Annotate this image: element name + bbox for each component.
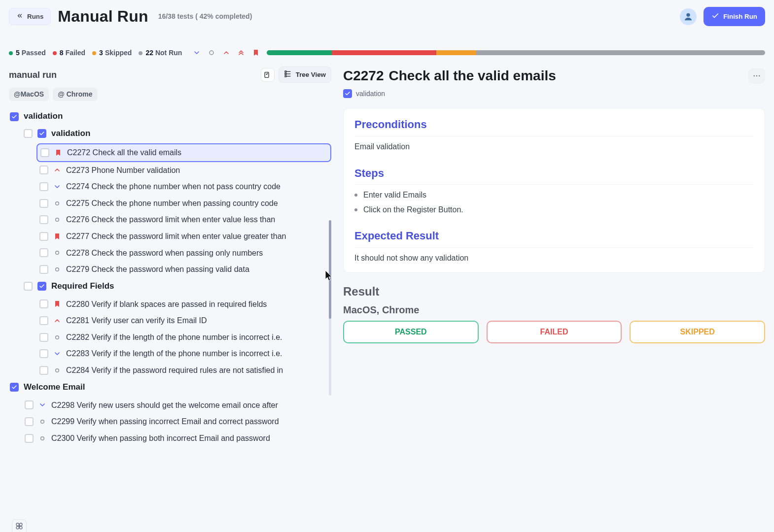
test-title: C2298 Verify new users should get the we… — [51, 400, 278, 411]
svg-rect-4 — [285, 73, 286, 75]
chip-macos[interactable]: @MacOS — [9, 88, 49, 101]
test-row[interactable]: C2283 Verify if the length of the phone … — [36, 345, 331, 362]
result-env: MacOS, Chrome — [343, 303, 765, 317]
preconditions-heading: Preconditions — [354, 117, 754, 136]
svg-rect-3 — [285, 71, 286, 72]
checkbox[interactable] — [25, 434, 34, 443]
svg-point-15 — [41, 420, 44, 424]
test-title: C2275 Check the phone number when passin… — [66, 198, 278, 209]
avatar-icon — [683, 11, 694, 22]
test-title: C2283 Verify if the length of the phone … — [66, 348, 282, 359]
test-title: C2280 Verify if blank spaces are passed … — [66, 299, 267, 310]
result-skipped-button[interactable]: SKIPPED — [630, 321, 765, 343]
status-icon — [53, 233, 61, 240]
test-row[interactable]: C2278 Check the password when passing on… — [36, 245, 331, 262]
step-item: Enter valid Emails — [354, 190, 754, 200]
checkbox[interactable] — [25, 417, 34, 426]
status-icon — [38, 401, 46, 409]
status-icon — [53, 183, 61, 191]
more-menu[interactable] — [748, 68, 765, 84]
result-failed-button[interactable]: FAILED — [487, 321, 622, 343]
check-icon — [711, 12, 719, 21]
top-bar: Runs Manual Run 16/38 tests ( 42% comple… — [9, 6, 765, 27]
checkbox[interactable] — [37, 282, 46, 291]
chip-chrome[interactable]: @ Chrome — [53, 88, 97, 101]
checkbox[interactable] — [39, 265, 48, 274]
section-header[interactable]: Required Fields — [23, 278, 331, 295]
preconditions-text: Email validation — [354, 141, 754, 152]
page-subcounter: 16/38 tests ( 42% completed) — [158, 12, 252, 21]
test-row[interactable]: C2277 Check the password limit when ente… — [36, 228, 331, 245]
expected-heading: Expected Result — [354, 229, 754, 248]
summary-bar: 5Passed 8Failed 3Skipped 22Not Run — [9, 48, 765, 58]
checkbox[interactable] — [25, 400, 34, 409]
checkbox[interactable] — [39, 333, 48, 342]
counter-completed: completed — [215, 12, 250, 20]
checkbox[interactable] — [39, 299, 48, 308]
chevrons-left-icon — [16, 12, 23, 21]
checkbox[interactable] — [39, 366, 48, 375]
test-row[interactable]: C2275 Check the phone number when passin… — [36, 195, 331, 212]
result-passed-button[interactable]: PASSED — [343, 321, 479, 343]
back-button[interactable]: Runs — [9, 8, 51, 25]
status-icon — [53, 249, 61, 257]
scrollbar-track[interactable] — [329, 220, 331, 396]
chevron-up-icon[interactable] — [221, 48, 231, 58]
svg-point-18 — [756, 75, 757, 76]
test-row[interactable]: C2282 Verify if the length of the phone … — [36, 329, 331, 346]
checkbox[interactable] — [39, 199, 48, 208]
status-icon — [53, 300, 61, 308]
counter-notrun: 22Not Run — [139, 48, 182, 58]
checkbox[interactable] — [39, 349, 48, 358]
test-row[interactable]: C2280 Verify if blank spaces are passed … — [36, 296, 331, 313]
steps-list: Enter valid Emails Click on the Register… — [354, 190, 754, 215]
checkbox[interactable] — [39, 215, 48, 224]
svg-point-1 — [210, 51, 213, 55]
double-chevron-up-icon[interactable] — [236, 48, 246, 58]
counter-passed: 5Passed — [9, 48, 46, 58]
checkbox[interactable] — [39, 248, 48, 257]
test-row[interactable]: C2273 Phone Number validation — [36, 162, 331, 179]
circle-icon[interactable] — [207, 48, 216, 58]
svg-point-16 — [41, 436, 44, 440]
section-header[interactable]: validation — [23, 125, 331, 142]
counter-percent: 42% — [200, 12, 213, 20]
avatar[interactable] — [680, 8, 697, 25]
steps-heading: Steps — [354, 166, 754, 185]
status-icon — [53, 200, 61, 207]
test-row[interactable]: C2299 Verify when passing incorrect Emai… — [22, 413, 331, 430]
section-header[interactable]: validation — [9, 108, 331, 125]
status-icon — [53, 333, 61, 341]
test-row[interactable]: C2274 Check the phone number when not pa… — [36, 178, 331, 195]
details-card: Preconditions Email validation Steps Ent… — [343, 108, 765, 272]
test-title: C2277 Check the password limit when ente… — [66, 231, 286, 242]
test-row[interactable]: C2284 Verify if the password required ru… — [36, 362, 331, 379]
test-title: C2272 Check all the valid emails — [67, 147, 181, 158]
checkbox[interactable] — [39, 316, 48, 325]
command-palette-icon[interactable] — [12, 519, 27, 532]
test-row[interactable]: C2300 Verify when passing both incorrect… — [22, 430, 331, 447]
checkbox[interactable] — [39, 166, 48, 174]
test-row[interactable]: C2279 Check the password when passing va… — [36, 261, 331, 278]
section-header[interactable]: Welcome Email — [9, 379, 331, 396]
checkbox[interactable] — [40, 148, 49, 157]
svg-point-0 — [686, 13, 690, 16]
finish-run-button[interactable]: Finish Run — [704, 7, 765, 26]
test-row[interactable]: C2298 Verify new users should get the we… — [22, 397, 331, 414]
checkbox[interactable] — [24, 129, 33, 138]
checkbox[interactable] — [10, 112, 19, 121]
test-row[interactable]: C2281 Verify user can verify its Email I… — [36, 312, 331, 329]
checkbox[interactable] — [39, 232, 48, 241]
status-icon — [38, 418, 46, 426]
test-row[interactable]: C2276 Check the password limit when ente… — [36, 211, 331, 228]
treeview-toggle[interactable]: Tree View — [279, 66, 331, 83]
checkbox[interactable] — [24, 282, 33, 291]
checkbox[interactable] — [37, 129, 46, 138]
checkbox[interactable] — [39, 182, 48, 191]
test-row[interactable]: C2272 Check all the valid emails — [36, 143, 331, 162]
dropdown-icon[interactable] — [192, 48, 202, 58]
checklist-toggle[interactable] — [261, 68, 275, 82]
test-title: C2299 Verify when passing incorrect Emai… — [51, 416, 279, 427]
checkbox[interactable] — [10, 383, 19, 392]
bookmark-icon[interactable] — [251, 48, 261, 58]
